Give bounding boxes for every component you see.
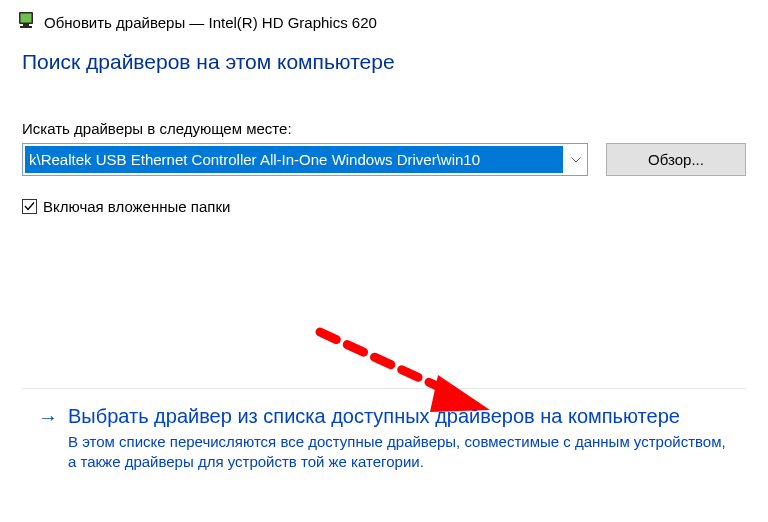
pick-from-list-option[interactable]: → Выбрать драйвер из списка доступных др… (22, 388, 746, 489)
svg-rect-3 (20, 26, 32, 28)
browse-button[interactable]: Обзор... (606, 143, 746, 176)
svg-line-4 (320, 332, 450, 392)
path-dropdown-button[interactable] (565, 144, 587, 175)
option-title: Выбрать драйвер из списка доступных драй… (68, 405, 680, 428)
device-monitor-icon (18, 12, 34, 32)
checkmark-icon (24, 201, 35, 212)
path-input[interactable]: k\Realtek USB Ethernet Controller All-In… (25, 146, 563, 173)
path-combobox[interactable]: k\Realtek USB Ethernet Controller All-In… (22, 143, 588, 176)
arrow-right-icon: → (38, 407, 58, 427)
option-title-row: → Выбрать драйвер из списка доступных др… (38, 405, 730, 428)
chevron-down-icon (571, 157, 581, 163)
title-bar: Обновить драйверы — Intel(R) HD Graphics… (0, 0, 768, 36)
option-description: В этом списке перечисляются все доступны… (38, 432, 730, 473)
svg-rect-1 (21, 14, 32, 23)
main-content: Поиск драйверов на этом компьютере Искат… (0, 36, 768, 215)
page-heading: Поиск драйверов на этом компьютере (22, 50, 746, 74)
checkbox-box[interactable] (22, 199, 37, 214)
svg-rect-2 (23, 24, 29, 26)
include-subfolders-label: Включая вложенные папки (43, 198, 230, 215)
window-title: Обновить драйверы — Intel(R) HD Graphics… (44, 14, 377, 31)
path-label: Искать драйверы в следующем месте: (22, 120, 746, 137)
path-row: k\Realtek USB Ethernet Controller All-In… (22, 143, 746, 176)
include-subfolders-checkbox[interactable]: Включая вложенные папки (22, 198, 746, 215)
